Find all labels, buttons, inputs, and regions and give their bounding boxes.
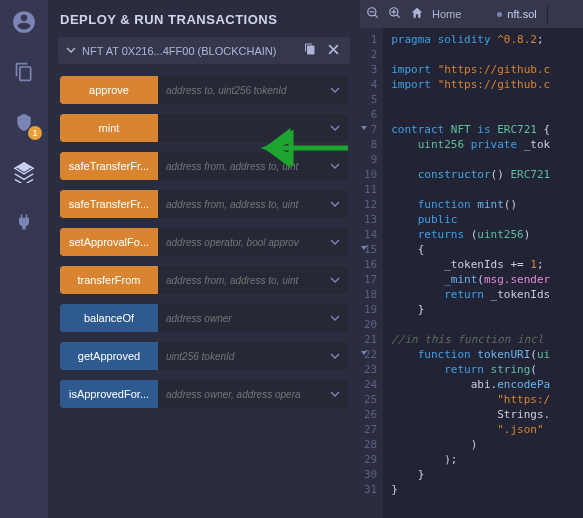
compile-badge: 1 — [28, 126, 42, 140]
expand-icon[interactable] — [322, 114, 348, 142]
chevron-down-icon[interactable] — [66, 44, 76, 58]
function-args-input[interactable] — [158, 228, 322, 256]
function-list: approvemintsafeTransferFr...safeTransfer… — [58, 76, 350, 408]
function-button[interactable]: isApprovedFor... — [60, 380, 158, 408]
function-args-input[interactable] — [158, 190, 322, 218]
function-button[interactable]: setApprovalFo... — [60, 228, 158, 256]
contract-instance-bar: NFT AT 0X216...4FF00 (BLOCKCHAIN) — [58, 37, 350, 64]
code-area[interactable]: 1234567891011121314151617181920212223242… — [360, 28, 583, 518]
tab-label: nft.sol — [507, 8, 536, 20]
editor-tab[interactable]: nft.sol — [487, 4, 547, 24]
expand-icon[interactable] — [322, 228, 348, 256]
files-icon[interactable] — [10, 58, 38, 86]
expand-icon[interactable] — [322, 380, 348, 408]
function-row: safeTransferFr... — [60, 152, 348, 180]
line-gutter: 1234567891011121314151617181920212223242… — [360, 28, 383, 518]
deploy-panel: DEPLOY & RUN TRANSACTIONS NFT AT 0X216..… — [48, 0, 360, 518]
home-label[interactable]: Home — [432, 8, 461, 20]
copy-icon[interactable] — [301, 43, 319, 58]
function-row: approve — [60, 76, 348, 104]
code-editor: Home nft.sol 123456789101112131415161718… — [360, 0, 583, 518]
function-row: balanceOf — [60, 304, 348, 332]
compile-icon[interactable]: 1 — [10, 108, 38, 136]
expand-icon[interactable] — [322, 152, 348, 180]
code-content[interactable]: pragma solidity ^0.8.2;import "https://g… — [383, 28, 550, 518]
panel-title: DEPLOY & RUN TRANSACTIONS — [58, 8, 350, 37]
deploy-icon[interactable] — [10, 158, 38, 186]
function-button[interactable]: getApproved — [60, 342, 158, 370]
function-args-input[interactable] — [158, 342, 322, 370]
function-button[interactable]: transferFrom — [60, 266, 158, 294]
function-button[interactable]: safeTransferFr... — [60, 152, 158, 180]
expand-icon[interactable] — [322, 304, 348, 332]
contract-address-label: NFT AT 0X216...4FF00 (BLOCKCHAIN) — [82, 45, 295, 57]
function-button[interactable]: balanceOf — [60, 304, 158, 332]
function-args-input[interactable] — [158, 152, 322, 180]
tab-dot-icon — [497, 12, 502, 17]
function-row: transferFrom — [60, 266, 348, 294]
function-row: isApprovedFor... — [60, 380, 348, 408]
function-row: safeTransferFr... — [60, 190, 348, 218]
expand-icon[interactable] — [322, 342, 348, 370]
expand-icon[interactable] — [322, 76, 348, 104]
plugin-icon[interactable] — [10, 208, 38, 236]
left-iconbar: 1 — [0, 0, 48, 518]
function-args-input[interactable] — [158, 380, 322, 408]
function-args-input[interactable] — [158, 266, 322, 294]
function-row: setApprovalFo... — [60, 228, 348, 256]
function-button[interactable]: safeTransferFr... — [60, 190, 158, 218]
function-button[interactable]: approve — [60, 76, 158, 104]
expand-icon[interactable] — [322, 266, 348, 294]
expand-icon[interactable] — [322, 190, 348, 218]
function-args-input[interactable] — [158, 76, 322, 104]
function-button[interactable]: mint — [60, 114, 158, 142]
editor-toolbar: Home nft.sol — [360, 0, 583, 28]
function-args-input[interactable] — [158, 114, 322, 142]
function-row: getApproved — [60, 342, 348, 370]
function-args-input[interactable] — [158, 304, 322, 332]
function-row: mint — [60, 114, 348, 142]
close-icon[interactable] — [325, 44, 342, 58]
zoom-in-icon[interactable] — [388, 6, 402, 22]
logo-icon[interactable] — [10, 8, 38, 36]
zoom-out-icon[interactable] — [366, 6, 380, 22]
home-icon[interactable] — [410, 6, 424, 22]
